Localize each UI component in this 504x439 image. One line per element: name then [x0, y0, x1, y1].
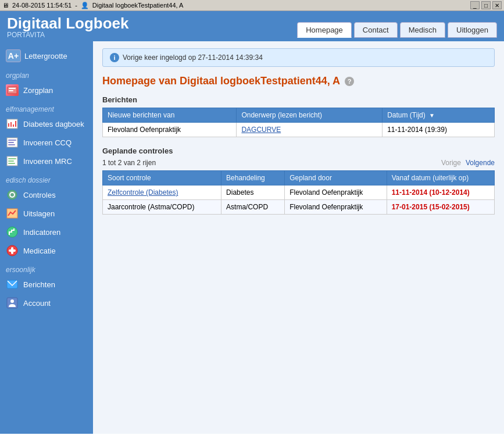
window-chrome: 🖥 24-08-2015 11:54:51 - 👤 Digitaal logbo… [0, 0, 504, 11]
pagination-info: 1 tot 2 van 2 rijen [102, 159, 156, 167]
uitslagen-icon [6, 208, 19, 219]
sidebar-label-controles: Controles [23, 191, 56, 199]
account-icon [6, 297, 19, 309]
maximize-button[interactable]: □ [481, 1, 491, 9]
sidebar-item-zorgplan[interactable]: Zorgplan [0, 81, 93, 99]
berichten-col-van: Nieuwe berichten van [103, 108, 237, 123]
nav-contact[interactable]: Contact [354, 22, 398, 38]
svg-point-18 [10, 193, 14, 197]
window-separator: - [75, 2, 77, 9]
svg-rect-13 [8, 158, 16, 159]
controle-datum-1: 11-11-2014 (10-12-2014) [387, 185, 494, 200]
window-icon: 🖥 [2, 2, 9, 9]
sidebar-item-controles[interactable]: Controles [0, 185, 93, 204]
app-logo: Digitaal Logboek PORTAVITA [7, 16, 128, 39]
sidebar-section-zorgplan: orgplan [0, 66, 93, 81]
ccq-icon [6, 137, 19, 148]
help-icon[interactable]: ? [345, 77, 354, 86]
sidebar-label-medicatie: Medicatie [23, 247, 56, 255]
info-message: Vorige keer ingelogd op 27-11-2014 14:39… [123, 53, 263, 62]
controles-section-title: Geplande controles [102, 147, 495, 155]
table-row: Zelfcontrole (Diabetes) Diabetes Flevola… [103, 185, 495, 200]
bericht-van: Flevoland Oefenpraktijk [103, 123, 237, 137]
berichten-col-onderwerp: Onderwerp (lezen bericht) [237, 108, 383, 123]
header-nav: Homepage Contact Medisch Uitloggen [297, 22, 497, 39]
sidebar-item-medicatie[interactable]: Medicatie [0, 241, 93, 260]
svg-rect-9 [8, 140, 16, 141]
nav-uitloggen[interactable]: Uitloggen [448, 22, 497, 38]
mrc-icon [6, 155, 19, 167]
sidebar-item-account[interactable]: Account [0, 294, 93, 312]
info-icon: i [110, 53, 119, 62]
controles-table: Soort controle Behandeling Gepland door … [102, 170, 495, 215]
window-chrome-buttons: _ □ ✕ [470, 1, 502, 9]
nav-homepage[interactable]: Homepage [297, 22, 352, 38]
sidebar-item-berichten[interactable]: Berichten [0, 275, 93, 294]
controle-soort-2: Jaarcontrole (Astma/COPD) [103, 200, 221, 215]
sidebar-label-diabetes: Diabetes dagboek [23, 120, 84, 129]
sidebar-item-uitslagen[interactable]: Uitslagen [0, 204, 93, 223]
medicatie-icon [6, 245, 19, 256]
sidebar-label-berichten: Berichten [23, 280, 55, 289]
bericht-onderwerp-link[interactable]: DAGCURVE [241, 126, 281, 134]
nav-medisch[interactable]: Medisch [400, 22, 445, 38]
pagination-links: Vorige Volgende [441, 159, 495, 167]
app-title: Digitaal Logboek [7, 16, 128, 31]
font-size-control[interactable]: A+ Lettergrootte [0, 46, 93, 66]
svg-rect-2 [9, 90, 13, 91]
window-datetime: 24-08-2015 11:54:51 [12, 2, 72, 9]
sidebar-item-mrc[interactable]: Invoeren MRC [0, 152, 93, 170]
sidebar-label-uitslagen: Uitslagen [23, 209, 55, 218]
diabetes-icon [6, 118, 19, 130]
svg-rect-23 [9, 249, 16, 252]
svg-rect-14 [8, 160, 14, 162]
sidebar-label-account: Account [23, 299, 51, 308]
prev-page-link[interactable]: Vorige [441, 159, 461, 167]
berichten-table: Nieuwe berichten van Onderwerp (lezen be… [102, 108, 495, 137]
svg-rect-1 [9, 88, 16, 89]
sidebar-label-ccq: Invoeren CCQ [23, 138, 72, 147]
controle-soort-link-1[interactable]: Zelfcontrole (Diabetes) [108, 188, 178, 197]
pagination-row: 1 tot 2 van 2 rijen Vorige Volgende [102, 159, 495, 167]
svg-rect-10 [8, 142, 14, 143]
app-subtitle: PORTAVITA [7, 31, 128, 39]
controle-gepland-2: Flevoland Oefenpraktijk [285, 200, 387, 215]
sidebar-label-mrc: Invoeren MRC [23, 157, 72, 166]
info-bar: i Vorige keer ingelogd op 27-11-2014 14:… [102, 48, 495, 67]
berichten-section-title: Berichten [102, 95, 495, 104]
svg-point-26 [10, 299, 14, 303]
close-button[interactable]: ✕ [492, 1, 502, 9]
app-header: Digitaal Logboek PORTAVITA Homepage Cont… [0, 11, 504, 41]
font-size-label: Lettergrootte [24, 52, 67, 60]
sidebar-section-zelfmanagement: elfmanagement [0, 99, 93, 115]
window-chrome-left: 🖥 24-08-2015 11:54:51 - 👤 Digitaal logbo… [2, 2, 183, 9]
table-row: Flevoland Oefenpraktijk DAGCURVE 11-11-2… [103, 123, 495, 137]
page-title: Homepage van Digitaal logboekTestpatient… [102, 75, 340, 87]
sidebar-label-indicatoren: Indicatoren [23, 228, 60, 237]
sidebar-section-persoonlijk: ersoonlijk [0, 260, 93, 275]
controle-soort-1: Zelfcontrole (Diabetes) [103, 185, 221, 200]
berichten-col-datum: Datum (Tijd) ▼ [383, 108, 495, 123]
window-user: Digitaal logboekTestpatient44, A [92, 2, 184, 9]
controles-col-gepland: Gepland door [285, 171, 387, 185]
next-page-link[interactable]: Volgende [466, 159, 495, 167]
window-user-icon: 👤 [81, 2, 89, 9]
bericht-onderwerp: DAGCURVE [237, 123, 383, 137]
minimize-button[interactable]: _ [470, 1, 480, 9]
svg-rect-15 [8, 163, 15, 164]
controle-gepland-1: Flevoland Oefenpraktijk [285, 185, 387, 200]
berichten-icon [6, 279, 19, 290]
controle-behandeling-1: Diabetes [221, 185, 285, 200]
sidebar-label-zorgplan: Zorgplan [23, 86, 53, 95]
controle-datum-2: 17-01-2015 (15-02-2015) [387, 200, 494, 215]
svg-rect-11 [8, 144, 15, 145]
font-size-icon: A+ [6, 49, 21, 62]
sidebar-section-medisch: edisch dossier [0, 170, 93, 185]
zorgplan-icon [6, 84, 19, 96]
sidebar-item-diabetes[interactable]: Diabetes dagboek [0, 115, 93, 133]
sidebar-item-ccq[interactable]: Invoeren CCQ [0, 133, 93, 152]
page-title-container: Homepage van Digitaal logboekTestpatient… [102, 75, 495, 87]
sidebar-item-indicatoren[interactable]: Indicatoren [0, 223, 93, 241]
controles-col-soort: Soort controle [103, 171, 221, 185]
main-content: i Vorige keer ingelogd op 27-11-2014 14:… [93, 41, 504, 434]
